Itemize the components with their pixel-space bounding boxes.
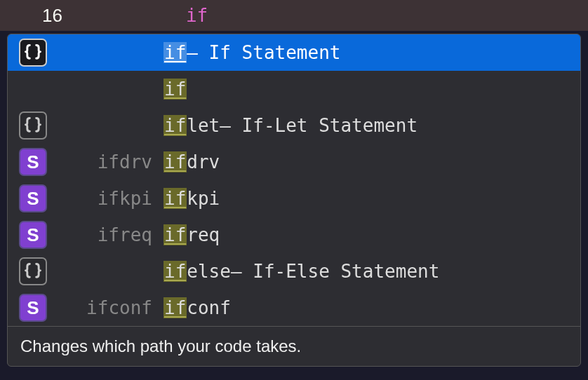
autocomplete-item[interactable]: Sifkpiifkpi [8,180,580,217]
autocomplete-popup: if – If Statementififlet – If-Let Statem… [7,34,581,367]
completion-suffix: else [187,261,231,282]
struct-icon: S [19,148,47,176]
empty-icon [19,75,47,103]
struct-icon: S [19,294,47,322]
autocomplete-item[interactable]: if [8,71,580,107]
completion-desc: – If-Else Statement [231,261,439,282]
match-highlight: if [163,297,187,318]
completion-label: ifelse – If-Else Statement [163,261,439,282]
struct-icon: S [19,221,47,249]
autocomplete-item[interactable]: iflet – If-Let Statement [8,107,580,144]
completion-suffix: drv [187,151,220,172]
match-highlight: if [163,224,187,245]
completion-suffix: let [187,115,220,136]
completion-label: if – If Statement [163,42,340,63]
completion-label: iflet – If-Let Statement [163,115,417,136]
braces-icon [19,257,47,285]
module-label: ifdrv [54,151,152,172]
completion-desc: – If-Let Statement [220,115,417,136]
module-label: ifkpi [54,188,152,209]
match-highlight: if [163,261,187,282]
completion-label: if [163,79,187,100]
completion-label: ifdrv [163,151,220,172]
autocomplete-item[interactable]: Sifdrvifdrv [8,144,580,180]
completion-suffix: req [187,224,220,245]
match-highlight: if [163,115,187,136]
completion-suffix: kpi [187,188,220,209]
editor-line: 16 if [0,0,588,31]
typed-keyword: if [186,5,208,26]
struct-icon: S [19,184,47,212]
autocomplete-item[interactable]: ifelse – If-Else Statement [8,253,580,290]
braces-icon [19,39,47,67]
module-label: ifreq [54,224,152,245]
autocomplete-item[interactable]: if – If Statement [8,34,580,71]
documentation-panel: Changes which path your code takes. [8,326,580,366]
completion-label: ifreq [163,224,220,245]
braces-icon [19,111,47,140]
autocomplete-item[interactable]: Sifreqifreq [8,217,580,253]
completion-desc: – If Statement [187,42,340,63]
completion-label: ifkpi [163,188,220,209]
module-label: ifconf [54,297,152,318]
match-highlight: if [163,79,187,100]
autocomplete-list: if – If Statementififlet – If-Let Statem… [8,34,580,326]
match-highlight: if [163,188,187,209]
autocomplete-item[interactable]: Sifconfifconf [8,290,580,326]
match-highlight: if [163,42,187,63]
completion-suffix: conf [187,297,231,318]
completion-label: ifconf [163,297,231,318]
line-number: 16 [42,5,62,27]
match-highlight: if [163,151,187,172]
